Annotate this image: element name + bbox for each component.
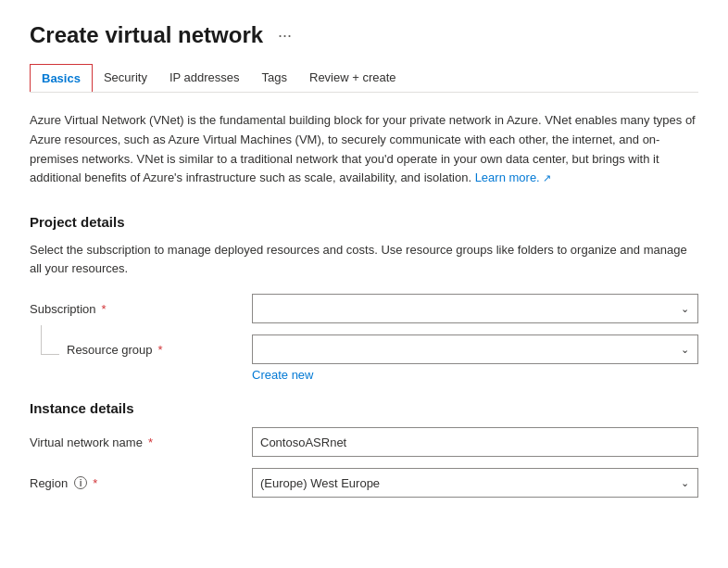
external-link-icon: ↗ [543,172,551,183]
vnet-name-row: Virtual network name * [30,427,698,457]
vnet-name-control [252,427,698,457]
subscription-row: Subscription * ⌄ [30,294,698,323]
subscription-control: ⌄ [252,294,698,323]
learn-more-link[interactable]: Learn more. ↗ [475,170,552,184]
vnet-name-label: Virtual network name * [30,435,252,449]
page-title: Create virtual network [30,22,263,48]
subscription-label: Subscription * [30,302,252,316]
tab-security[interactable]: Security [93,63,158,92]
project-details-title: Project details [30,214,698,230]
ellipsis-button[interactable]: ··· [272,24,297,47]
resource-group-required: * [158,343,163,357]
tab-ip-addresses[interactable]: IP addresses [158,63,251,92]
subscription-dropdown[interactable] [252,294,698,323]
subscription-required: * [102,302,107,316]
region-row: Region i * (Europe) West Europe ⌄ [30,468,698,498]
tab-tags[interactable]: Tags [251,63,298,92]
region-required: * [93,476,97,490]
resource-group-dropdown[interactable] [252,334,698,364]
tab-basics[interactable]: Basics [30,64,93,92]
vnet-name-required: * [148,435,153,449]
learn-more-label: Learn more. [475,170,540,184]
create-new-container: Create new [252,368,698,382]
project-details-description: Select the subscription to manage deploy… [30,241,698,277]
instance-details-title: Instance details [30,400,698,416]
region-label: Region i * [30,476,252,490]
description-text: Azure Virtual Network (VNet) is the fund… [30,113,696,184]
resource-group-label: Resource group * [59,343,245,357]
region-control: (Europe) West Europe ⌄ [252,468,698,498]
create-new-link[interactable]: Create new [252,368,313,382]
vnet-description: Azure Virtual Network (VNet) is the fund… [30,111,698,188]
region-info-icon: i [74,476,87,489]
indent-line [41,325,59,355]
region-dropdown[interactable]: (Europe) West Europe [252,468,698,498]
resource-group-row: Resource group * ⌄ [30,334,698,364]
tab-bar: Basics Security IP addresses Tags Review… [30,63,698,93]
instance-details-section: Instance details Virtual network name * … [30,400,698,498]
tab-review-create[interactable]: Review + create [298,63,408,92]
project-details-section: Project details Select the subscription … [30,214,698,382]
vnet-name-input[interactable] [252,427,698,457]
resource-group-control: ⌄ [252,334,698,364]
